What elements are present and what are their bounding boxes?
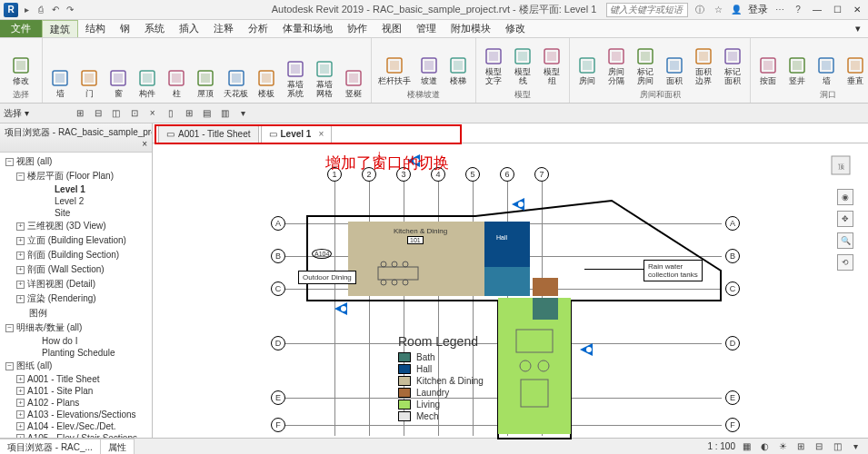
tree-node[interactable]: +A101 - Site Plan	[0, 385, 152, 397]
tree-node[interactable]: −明细表/数量 (all)	[0, 321, 152, 335]
login-link[interactable]: 登录	[748, 3, 768, 16]
tree-node[interactable]: +A105 - Elev./ Stair Sections	[0, 432, 152, 438]
browser-close-icon[interactable]: ×	[142, 139, 147, 149]
tab-collaborate[interactable]: 协作	[340, 20, 374, 37]
collapse-icon[interactable]: −	[5, 324, 14, 332]
expand-icon[interactable]: +	[16, 295, 25, 303]
tab-steel[interactable]: 钢	[113, 20, 137, 37]
ribbon-button[interactable]: 房间 分隔	[603, 40, 630, 88]
opt-icon-1[interactable]: ⊞	[73, 106, 87, 121]
expand-icon[interactable]: +	[16, 387, 25, 395]
opt-icon-8[interactable]: ▤	[200, 106, 215, 121]
tab-view[interactable]: 视图	[374, 20, 409, 37]
tree-node[interactable]: How do I	[0, 335, 152, 347]
expand-icon[interactable]: +	[16, 252, 25, 260]
ribbon-button[interactable]: 模型 文字	[480, 40, 507, 88]
tree-node[interactable]: +详图视图 (Detail)	[0, 277, 152, 291]
tree-node[interactable]: Site	[0, 207, 152, 219]
ribbon-button[interactable]: 模型 组	[538, 40, 565, 88]
ribbon-button[interactable]: 竖梃	[340, 40, 367, 101]
opt-icon-6[interactable]: ▯	[164, 106, 178, 121]
tree-node[interactable]: +剖面 (Building Section)	[0, 248, 152, 262]
ribbon-button[interactable]: 楼板	[253, 40, 280, 101]
help-icon[interactable]: ?	[792, 4, 804, 16]
tree-node[interactable]: +立面 (Building Elevation)	[0, 233, 152, 248]
ribbon-button[interactable]: 构件	[134, 40, 161, 101]
opt-icon-9[interactable]: ▥	[218, 106, 233, 121]
nav-zoom-icon[interactable]: 🔍	[837, 232, 853, 249]
status-icon-4[interactable]: ⊞	[793, 439, 808, 454]
tab-systems[interactable]: 系统	[137, 20, 172, 37]
tree-node[interactable]: −视图 (all)	[0, 154, 152, 169]
file-menu[interactable]: 文件	[0, 20, 42, 37]
qat-redo-icon[interactable]: ↷	[64, 4, 76, 16]
nav-wheel-icon[interactable]: ◉	[837, 189, 853, 205]
tree-node[interactable]: +A102 - Plans	[0, 397, 152, 409]
tab-manage[interactable]: 管理	[409, 20, 444, 37]
info-icon[interactable]: ⓘ	[693, 4, 706, 16]
maximize-button[interactable]: ☐	[830, 4, 844, 16]
qat-undo-icon[interactable]: ↶	[49, 4, 62, 16]
expand-icon[interactable]: +	[16, 399, 25, 407]
opt-icon-3[interactable]: ◫	[109, 106, 124, 121]
drawing-canvas[interactable]: 顶 ◉ ✥ 🔍 ⟲ 1234567AABBCCDDEEFFKitchen & D…	[153, 143, 868, 438]
ribbon-button[interactable]: 栏杆扶手	[375, 40, 414, 88]
opt-icon-4[interactable]: ⊡	[127, 106, 142, 121]
ribbon-button[interactable]: 修改	[4, 40, 38, 88]
ribbon-button[interactable]: 幕墙 网格	[311, 40, 338, 101]
expand-icon[interactable]: +	[16, 222, 25, 231]
ribbon-button[interactable]: 窗	[105, 40, 132, 101]
close-button[interactable]: ✕	[850, 4, 864, 16]
exchange-icon[interactable]: ⋯	[773, 4, 786, 16]
browser-tree[interactable]: −视图 (all)−楼层平面 (Floor Plan)Level 1Level …	[0, 153, 152, 438]
ribbon-button[interactable]: 门	[75, 40, 103, 101]
ribbon-toggle-icon[interactable]: ▾	[848, 20, 868, 37]
qat-open-icon[interactable]: ▸	[20, 4, 33, 16]
ribbon-button[interactable]: 面积 边界	[690, 40, 717, 88]
tree-node[interactable]: Planting Schedule	[0, 347, 152, 359]
user-icon[interactable]: 👤	[730, 4, 743, 16]
ribbon-button[interactable]: 竖井	[783, 40, 811, 88]
opt-icon-10[interactable]: ▾	[236, 106, 251, 121]
tab-massing[interactable]: 体量和场地	[275, 20, 340, 37]
collapse-icon[interactable]: −	[5, 362, 14, 370]
collapse-icon[interactable]: −	[16, 173, 25, 181]
tree-node[interactable]: +A001 - Title Sheet	[0, 373, 152, 385]
tree-node[interactable]: +三维视图 (3D View)	[0, 219, 152, 233]
ribbon-button[interactable]: 面积	[661, 40, 688, 88]
tab-insert[interactable]: 插入	[172, 20, 206, 37]
status-tab-properties[interactable]: 属性	[101, 439, 135, 454]
tree-node[interactable]: +渲染 (Rendering)	[0, 291, 152, 306]
ribbon-button[interactable]: 坡道	[415, 40, 443, 88]
expand-icon[interactable]: +	[16, 266, 25, 274]
nav-pan-icon[interactable]: ✥	[837, 211, 853, 227]
expand-icon[interactable]: +	[16, 237, 25, 245]
tree-node[interactable]: +剖面 (Wall Section)	[0, 262, 152, 277]
opt-icon-2[interactable]: ⊟	[91, 106, 105, 121]
ribbon-button[interactable]: 幕墙 系统	[282, 40, 309, 101]
tab-addins[interactable]: 附加模块	[444, 20, 498, 37]
help-search-input[interactable]	[606, 3, 688, 17]
ribbon-button[interactable]: 按面	[754, 40, 782, 88]
status-icon-6[interactable]: ◫	[830, 439, 844, 454]
tab-structure[interactable]: 结构	[78, 20, 113, 37]
tree-node[interactable]: −楼层平面 (Floor Plan)	[0, 169, 152, 183]
ribbon-button[interactable]: 房间	[574, 40, 601, 88]
tree-node[interactable]: +A104 - Elev./Sec./Det.	[0, 420, 152, 432]
ribbon-button[interactable]: 楼梯	[444, 40, 472, 88]
minimize-button[interactable]: —	[810, 4, 824, 16]
status-icon-3[interactable]: ☀	[775, 439, 790, 454]
tree-node[interactable]: Level 1	[0, 183, 152, 195]
expand-icon[interactable]: +	[16, 422, 25, 430]
doc-tab-title-sheet[interactable]: ▭ A001 - Title Sheet	[158, 124, 259, 143]
qat-save-icon[interactable]: ⎙	[35, 4, 47, 16]
nav-orbit-icon[interactable]: ⟲	[837, 254, 853, 271]
tab-close-icon[interactable]: ×	[318, 129, 324, 139]
opt-icon-7[interactable]: ⊞	[182, 106, 196, 121]
collapse-icon[interactable]: −	[5, 158, 14, 166]
select-dropdown[interactable]: 选择 ▾	[4, 107, 29, 120]
ribbon-button[interactable]: 垂直	[842, 40, 868, 88]
status-icon-1[interactable]: ▦	[739, 439, 753, 454]
expand-icon[interactable]: +	[16, 410, 25, 419]
tree-node[interactable]: −图纸 (all)	[0, 359, 152, 373]
